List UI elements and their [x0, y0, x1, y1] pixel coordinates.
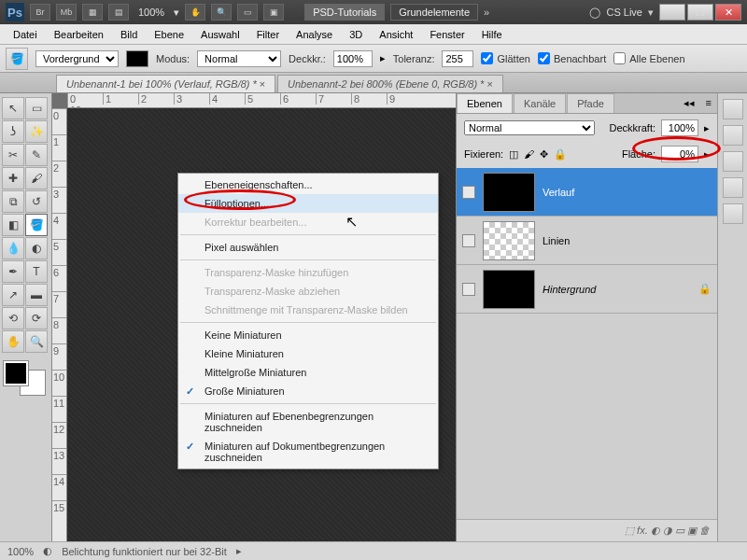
- history-brush-tool[interactable]: ↺: [25, 190, 48, 213]
- crop-tool[interactable]: ✂: [2, 144, 24, 166]
- workspace-grundelemente[interactable]: Grundelemente: [390, 4, 478, 21]
- layer-name[interactable]: Hintergrund: [543, 284, 596, 295]
- cslive-button[interactable]: CS Live: [606, 7, 642, 18]
- wand-tool[interactable]: ✨: [25, 120, 48, 143]
- ps-logo[interactable]: Ps: [6, 3, 24, 21]
- all-layers-checkbox[interactable]: Alle Ebenen: [613, 52, 684, 64]
- stamp-tool[interactable]: ⧉: [2, 190, 24, 213]
- healing-tool[interactable]: ✚: [2, 167, 24, 189]
- 3d-camera-tool[interactable]: ⟳: [25, 307, 48, 329]
- workspace-more-icon[interactable]: »: [484, 7, 489, 18]
- opacity-input[interactable]: [333, 50, 373, 67]
- layer-thumbnail[interactable]: [483, 173, 535, 212]
- tolerance-input[interactable]: [442, 50, 473, 67]
- type-tool[interactable]: T: [25, 260, 48, 283]
- cm-clip-doc-bounds[interactable]: ✓Miniaturen auf Dokumentbegrenzungen zus…: [178, 437, 438, 467]
- cm-select-pixels[interactable]: Pixel auswählen: [178, 238, 438, 257]
- lock-position-icon[interactable]: ✥: [540, 148, 548, 161]
- lasso-tool[interactable]: ʖ: [2, 120, 24, 143]
- dropdown-icon[interactable]: ▸: [704, 122, 710, 134]
- maximize-button[interactable]: ☐: [687, 4, 713, 21]
- menu-filter[interactable]: Filter: [249, 26, 287, 43]
- layer-blend-select[interactable]: Normal: [464, 120, 595, 135]
- fill-input[interactable]: [661, 146, 698, 162]
- visibility-toggle[interactable]: [462, 186, 475, 199]
- dodge-tool[interactable]: ◐: [25, 237, 48, 259]
- arrange-button[interactable]: ▭: [237, 4, 258, 21]
- move-tool[interactable]: ↖: [2, 97, 24, 119]
- layer-thumbnail[interactable]: [483, 270, 535, 309]
- contiguous-checkbox[interactable]: Benachbart: [538, 52, 606, 64]
- cm-no-thumbs[interactable]: Keine Miniaturen: [178, 326, 438, 344]
- lock-all-icon[interactable]: 🔒: [554, 148, 567, 161]
- collapsed-panel-4[interactable]: [723, 177, 743, 198]
- bucket-tool[interactable]: 🪣: [25, 214, 48, 236]
- minibridge-button[interactable]: Mb: [56, 4, 77, 21]
- color-swatches[interactable]: [2, 359, 47, 397]
- layer-footer-icons[interactable]: ⬚ fx. ◐ ◑ ▭ ▣ 🗑: [625, 525, 710, 537]
- pen-tool[interactable]: ✒: [2, 260, 24, 283]
- cm-large-thumbs[interactable]: ✓Große Miniaturen: [178, 382, 438, 400]
- blur-tool[interactable]: 💧: [2, 237, 24, 259]
- panel-menu-icon[interactable]: ≡: [706, 97, 712, 108]
- layer-opacity-input[interactable]: [661, 119, 698, 136]
- dropdown-icon[interactable]: ▸: [704, 148, 710, 161]
- zoom-tool-button[interactable]: 🔍: [211, 4, 232, 21]
- collapsed-panel-5[interactable]: [723, 203, 743, 224]
- fill-source-select[interactable]: Vordergrund: [35, 50, 119, 67]
- cm-small-thumbs[interactable]: Kleine Miniaturen: [178, 344, 438, 363]
- menu-bearbeiten[interactable]: Bearbeiten: [47, 26, 111, 43]
- marquee-tool[interactable]: ▭: [25, 97, 48, 119]
- menu-datei[interactable]: Datei: [6, 26, 45, 43]
- zoom-level[interactable]: 100%: [138, 7, 164, 18]
- layer-hintergrund[interactable]: Hintergrund 🔒: [457, 265, 717, 314]
- dropdown-icon[interactable]: ▾: [648, 7, 654, 19]
- layer-verlauf[interactable]: Verlauf: [457, 168, 717, 217]
- dropdown-icon[interactable]: ▸: [380, 52, 386, 64]
- menu-hilfe[interactable]: Hilfe: [474, 26, 510, 43]
- tab-kanale[interactable]: Kanäle: [514, 93, 566, 113]
- layer-name[interactable]: Linien: [543, 235, 570, 246]
- visibility-toggle[interactable]: [462, 234, 475, 247]
- minimize-button[interactable]: ─: [659, 4, 685, 21]
- view-extras-button[interactable]: ▦: [82, 4, 103, 21]
- pattern-swatch[interactable]: [126, 50, 148, 67]
- menu-fenster[interactable]: Fenster: [422, 26, 472, 43]
- menu-3d[interactable]: 3D: [342, 26, 370, 43]
- eyedropper-tool[interactable]: ✎: [25, 144, 48, 166]
- ruler-horizontal[interactable]: 012345678910: [67, 93, 456, 108]
- layer-linien[interactable]: Linien: [457, 217, 717, 265]
- path-select-tool[interactable]: ↗: [2, 284, 24, 306]
- cm-layer-properties[interactable]: Ebeneneigenschaften...: [178, 175, 438, 194]
- bridge-button[interactable]: Br: [30, 4, 50, 21]
- visibility-toggle[interactable]: [462, 283, 475, 296]
- blend-mode-select[interactable]: Normal: [197, 50, 281, 67]
- cm-medium-thumbs[interactable]: Mittelgroße Miniaturen: [178, 363, 438, 382]
- brush-tool[interactable]: 🖌: [25, 167, 48, 189]
- collapsed-panel-1[interactable]: [723, 99, 743, 119]
- layer-thumbnail[interactable]: [483, 221, 535, 260]
- ruler-vertical[interactable]: 0123456789101112131415: [52, 108, 67, 541]
- eraser-tool[interactable]: ◧: [2, 214, 24, 236]
- hand-tool-button[interactable]: ✋: [185, 4, 205, 21]
- status-zoom[interactable]: 100%: [7, 546, 34, 557]
- menu-auswahl[interactable]: Auswahl: [193, 26, 247, 43]
- dropdown-icon[interactable]: ▾: [174, 7, 179, 19]
- hand-tool[interactable]: ✋: [2, 330, 24, 353]
- lock-pixels-icon[interactable]: 🖌: [524, 148, 534, 160]
- doc-tab-1[interactable]: Unbenannt-1 bei 100% (Verlauf, RGB/8) * …: [56, 75, 275, 92]
- current-tool-icon[interactable]: 🪣: [6, 48, 28, 70]
- collapse-icon[interactable]: ◂◂: [684, 97, 695, 109]
- menu-ebene[interactable]: Ebene: [147, 26, 191, 43]
- dropdown-icon[interactable]: ▸: [236, 545, 242, 557]
- cm-clip-layer-bounds[interactable]: Miniaturen auf Ebenenbegrenzungen zuschn…: [178, 407, 438, 437]
- workspace-psd-tutorials[interactable]: PSD-Tutorials: [304, 4, 385, 21]
- screen-mode-button[interactable]: ▣: [263, 4, 284, 21]
- close-icon[interactable]: ×: [486, 78, 492, 90]
- collapsed-panel-2[interactable]: [723, 125, 743, 146]
- menu-bild[interactable]: Bild: [113, 26, 145, 43]
- zoom-tool[interactable]: 🔍: [25, 330, 48, 353]
- layer-name[interactable]: Verlauf: [543, 187, 574, 198]
- shape-tool[interactable]: ▬: [25, 284, 48, 306]
- antialias-checkbox[interactable]: Glätten: [481, 52, 529, 64]
